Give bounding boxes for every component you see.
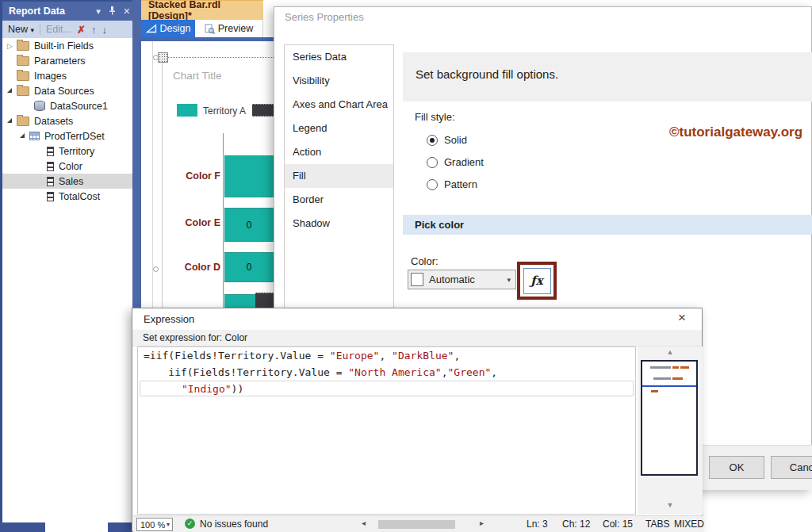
tree-item-datasets[interactable]: Datasets: [2, 113, 132, 128]
selection-handle[interactable]: [153, 266, 159, 272]
field-icon: [47, 147, 54, 156]
tree-item-datasource1[interactable]: DataSource1: [2, 98, 132, 113]
fx-highlight-annotation: ƒx: [517, 262, 557, 300]
field-icon: [47, 162, 54, 171]
cancel-button[interactable]: Cancel: [771, 456, 812, 479]
panel-menu-dropdown-icon[interactable]: ▾: [96, 6, 101, 17]
bar-color-e[interactable]: 0: [224, 208, 274, 242]
color-label: Color:: [411, 255, 439, 267]
toolbar-separator: [40, 24, 40, 35]
move-down-icon[interactable]: ↓: [102, 24, 107, 36]
nav-item-visibility[interactable]: Visibility: [285, 69, 393, 93]
expander-expanded-icon[interactable]: [7, 118, 12, 123]
expander-expanded-icon[interactable]: [7, 88, 12, 93]
category-label: Color F: [159, 170, 220, 182]
new-button[interactable]: New ▾: [8, 24, 34, 35]
delete-icon[interactable]: ✗: [77, 24, 86, 36]
report-data-tree: ▷ Built-in Fields Parameters Images Data…: [2, 38, 132, 204]
category-label: Color E: [159, 217, 220, 228]
scroll-left-icon[interactable]: ◂: [362, 519, 366, 527]
tree-item-data-sources[interactable]: Data Sources: [2, 83, 132, 98]
new-dropdown-icon[interactable]: ▾: [31, 26, 35, 34]
close-icon[interactable]: ×: [678, 310, 686, 326]
dataset-table-icon: [29, 132, 40, 140]
scroll-up-icon[interactable]: ▲: [638, 348, 703, 356]
editor-scrollbar-map[interactable]: ▲ ▼: [638, 346, 703, 515]
code-line-1: =iif(Fields!Territory.Value = "Europe", …: [138, 347, 635, 364]
legend-label: Territory A: [203, 105, 246, 117]
tree-item-built-in-fields[interactable]: ▷ Built-in Fields: [2, 38, 132, 53]
expression-subtitle: Set expression for: Color: [132, 330, 702, 346]
tree-item-totalcost[interactable]: TotalCost: [2, 189, 132, 204]
move-up-icon[interactable]: ↑: [91, 24, 97, 36]
tree-item-color[interactable]: Color: [2, 159, 132, 174]
line-indicator: Ln: 3: [527, 519, 548, 530]
tree-item-label: ProdTerrDSet: [44, 131, 105, 142]
window-bottom-strip: [108, 522, 132, 532]
nav-item-series-data[interactable]: Series Data: [285, 45, 393, 69]
radio-label: Pattern: [444, 178, 477, 190]
radio-label: Gradient: [444, 156, 484, 168]
tree-item-label: DataSource1: [50, 101, 108, 112]
bar-color-d[interactable]: 0: [224, 252, 274, 282]
panel-title: Report Data: [9, 6, 65, 17]
issues-status-text: No issues found: [200, 519, 268, 530]
magnifier-page-icon: [205, 24, 215, 34]
tree-item-prodterrdset[interactable]: ProdTerrDSet: [2, 128, 132, 144]
scroll-right-icon[interactable]: ▸: [480, 519, 484, 527]
radio-solid[interactable]: Solid: [427, 134, 467, 146]
tree-item-label: Color: [59, 161, 82, 172]
tree-item-territory[interactable]: Territory: [2, 144, 132, 159]
nav-item-axes-chart-area[interactable]: Axes and Chart Area: [285, 93, 393, 117]
bar-dark-segment[interactable]: [255, 293, 274, 308]
horizontal-scrollbar-thumb[interactable]: [378, 520, 455, 529]
expander-collapsed-icon[interactable]: ▷: [7, 42, 17, 50]
radio-pattern[interactable]: Pattern: [427, 178, 477, 190]
field-icon: [47, 192, 54, 201]
minimap-line: [680, 366, 689, 369]
nav-item-shadow[interactable]: Shadow: [285, 212, 393, 235]
radio-button-icon[interactable]: [427, 179, 438, 190]
expression-dialog: Expression × Set expression for: Color =…: [132, 308, 703, 532]
edit-button[interactable]: Edit...: [46, 24, 71, 35]
bar-color-f[interactable]: [224, 155, 274, 197]
scroll-down-icon[interactable]: ▼: [638, 501, 703, 509]
expander-expanded-icon[interactable]: [20, 133, 25, 138]
minimap-line: [672, 366, 679, 369]
expression-fx-button[interactable]: ƒx: [523, 268, 551, 294]
legend-swatch-teal[interactable]: [177, 104, 197, 117]
design-view-button[interactable]: Design: [141, 20, 195, 37]
tree-item-label: Data Sources: [34, 86, 94, 97]
chart-category-axis: [223, 133, 224, 308]
legend-swatch-dark[interactable]: [252, 104, 274, 117]
no-issues-check-icon: ✓: [185, 519, 195, 529]
nav-item-legend[interactable]: Legend: [285, 117, 393, 140]
tree-item-images[interactable]: Images: [2, 68, 132, 83]
scrollbar-map-thumb[interactable]: [641, 360, 698, 476]
radio-gradient[interactable]: Gradient: [427, 156, 484, 168]
pin-icon[interactable]: [109, 6, 116, 17]
radio-button-checked-icon[interactable]: [427, 135, 438, 146]
chart-move-handle[interactable]: [158, 52, 168, 63]
close-icon[interactable]: ×: [124, 5, 130, 17]
set-square-icon: [146, 24, 157, 33]
chart-title[interactable]: Chart Title: [173, 70, 222, 82]
pick-color-section-header: Pick color: [403, 215, 812, 235]
ok-button[interactable]: OK: [709, 456, 764, 479]
zoom-level-select[interactable]: 100 % ▾: [136, 518, 173, 531]
nav-item-action[interactable]: Action: [285, 140, 393, 164]
color-dropdown[interactable]: Automatic ▾: [408, 270, 516, 289]
radio-button-icon[interactable]: [427, 157, 438, 168]
minimap-caret-line: [642, 385, 696, 387]
nav-item-fill[interactable]: Fill: [285, 164, 393, 188]
tree-item-sales[interactable]: Sales: [2, 174, 132, 189]
expression-code-editor[interactable]: =iif(Fields!Territory.Value = "Europe", …: [137, 346, 636, 515]
preview-view-button[interactable]: Preview: [195, 20, 263, 37]
tree-item-parameters[interactable]: Parameters: [2, 53, 132, 68]
chevron-down-icon[interactable]: ▾: [507, 276, 511, 284]
database-icon: [34, 101, 45, 111]
document-tab[interactable]: Stacked Bar.rdl [Design]*: [141, 0, 263, 20]
nav-item-border[interactable]: Border: [285, 188, 393, 212]
folder-icon: [17, 86, 29, 96]
chevron-down-icon[interactable]: ▾: [167, 521, 172, 528]
